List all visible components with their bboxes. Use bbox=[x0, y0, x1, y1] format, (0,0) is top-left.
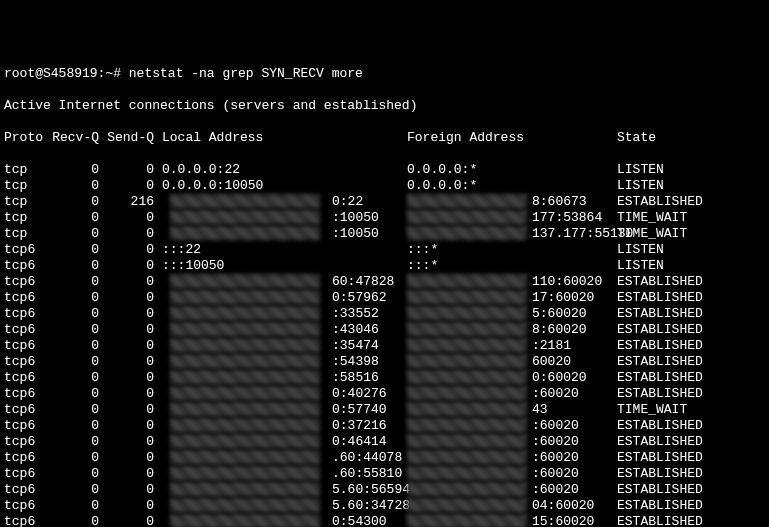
cell-local-address: :33552 bbox=[162, 306, 407, 322]
cell-foreign-address: :::* bbox=[407, 258, 617, 274]
local-port-fragment: 60:47828 bbox=[332, 274, 394, 290]
cell-sendq: 0 bbox=[107, 290, 162, 306]
table-row: tcp600:35474:2181ESTABLISHED bbox=[4, 338, 765, 354]
table-row: tcp00:10050177:53864TIME_WAIT bbox=[4, 210, 765, 226]
cell-local-address: :::10050 bbox=[162, 258, 407, 274]
cell-sendq: 0 bbox=[107, 274, 162, 290]
cell-proto: tcp6 bbox=[4, 290, 52, 306]
cell-recvq: 0 bbox=[52, 322, 107, 338]
table-row: tcp000.0.0.0:100500.0.0.0:*LISTEN bbox=[4, 178, 765, 194]
cell-sendq: 0 bbox=[107, 242, 162, 258]
cell-sendq: 0 bbox=[107, 402, 162, 418]
cell-local-address: .60:55810 bbox=[162, 466, 407, 482]
table-row: tcp60060:47828110:60020ESTABLISHED bbox=[4, 274, 765, 290]
cell-proto: tcp bbox=[4, 194, 52, 210]
cell-state: ESTABLISHED bbox=[617, 194, 765, 210]
redacted-block bbox=[170, 402, 320, 416]
cell-state: LISTEN bbox=[617, 258, 765, 274]
cell-foreign-address: 177:53864 bbox=[407, 210, 617, 226]
cell-recvq: 0 bbox=[52, 354, 107, 370]
cell-foreign-address: :::* bbox=[407, 242, 617, 258]
cell-proto: tcp bbox=[4, 178, 52, 194]
cell-proto: tcp bbox=[4, 210, 52, 226]
cell-proto: tcp6 bbox=[4, 354, 52, 370]
foreign-port-fragment: 8:60020 bbox=[532, 322, 587, 338]
cell-state: ESTABLISHED bbox=[617, 386, 765, 402]
cell-proto: tcp6 bbox=[4, 482, 52, 498]
cell-state: ESTABLISHED bbox=[617, 482, 765, 498]
table-row: tcp6000:37216:60020ESTABLISHED bbox=[4, 418, 765, 434]
cell-proto: tcp6 bbox=[4, 242, 52, 258]
cell-local-address: 0:22 bbox=[162, 194, 407, 210]
cell-proto: tcp6 bbox=[4, 258, 52, 274]
redacted-block bbox=[407, 386, 527, 400]
redacted-block bbox=[407, 482, 527, 496]
foreign-port-fragment: 110:60020 bbox=[532, 274, 602, 290]
cell-recvq: 0 bbox=[52, 194, 107, 210]
local-port-fragment: :58516 bbox=[332, 370, 379, 386]
cell-sendq: 0 bbox=[107, 514, 162, 527]
cell-proto: tcp6 bbox=[4, 274, 52, 290]
cell-recvq: 0 bbox=[52, 370, 107, 386]
redacted-block bbox=[170, 514, 320, 527]
redacted-block bbox=[170, 354, 320, 368]
redacted-block bbox=[170, 306, 320, 320]
cell-local-address: 0:57740 bbox=[162, 402, 407, 418]
cell-recvq: 0 bbox=[52, 386, 107, 402]
local-port-fragment: :10050 bbox=[332, 210, 379, 226]
cell-state: ESTABLISHED bbox=[617, 450, 765, 466]
cell-sendq: 0 bbox=[107, 338, 162, 354]
redacted-block bbox=[407, 210, 527, 224]
cell-state: ESTABLISHED bbox=[617, 514, 765, 527]
redacted-block bbox=[407, 194, 527, 208]
cell-foreign-address: 0.0.0.0:* bbox=[407, 178, 617, 194]
cell-proto: tcp6 bbox=[4, 370, 52, 386]
cell-local-address: 0.0.0.0:22 bbox=[162, 162, 407, 178]
local-port-fragment: 5.60:34728 bbox=[332, 498, 410, 514]
cell-proto: tcp6 bbox=[4, 306, 52, 322]
redacted-block bbox=[407, 450, 527, 464]
cell-recvq: 0 bbox=[52, 210, 107, 226]
table-row: tcp6005.60:56594:60020ESTABLISHED bbox=[4, 482, 765, 498]
cell-sendq: 0 bbox=[107, 466, 162, 482]
redacted-block bbox=[170, 194, 320, 208]
cell-recvq: 0 bbox=[52, 434, 107, 450]
cell-state: LISTEN bbox=[617, 178, 765, 194]
foreign-port-fragment: 60020 bbox=[532, 354, 571, 370]
redacted-block bbox=[170, 434, 320, 448]
local-port-fragment: :10050 bbox=[332, 226, 379, 242]
cell-state: LISTEN bbox=[617, 242, 765, 258]
cell-local-address: 60:47828 bbox=[162, 274, 407, 290]
cell-state: ESTABLISHED bbox=[617, 354, 765, 370]
cell-proto: tcp6 bbox=[4, 434, 52, 450]
cell-proto: tcp6 bbox=[4, 498, 52, 514]
header-state: State bbox=[617, 130, 765, 146]
table-row: tcp600:::10050:::*LISTEN bbox=[4, 258, 765, 274]
cell-recvq: 0 bbox=[52, 498, 107, 514]
cell-local-address: :54398 bbox=[162, 354, 407, 370]
cell-recvq: 0 bbox=[52, 242, 107, 258]
cell-foreign-address: 5:60020 bbox=[407, 306, 617, 322]
table-row: tcp6000:40276:60020ESTABLISHED bbox=[4, 386, 765, 402]
cell-sendq: 0 bbox=[107, 370, 162, 386]
cell-sendq: 0 bbox=[107, 434, 162, 450]
cell-sendq: 0 bbox=[107, 258, 162, 274]
table-body: tcp000.0.0.0:220.0.0.0:*LISTENtcp000.0.0… bbox=[4, 162, 765, 527]
foreign-port-fragment: 04:60020 bbox=[532, 498, 594, 514]
header-sendq: Send-Q bbox=[107, 130, 162, 146]
cell-sendq: 0 bbox=[107, 450, 162, 466]
cell-sendq: 0 bbox=[107, 498, 162, 514]
cell-local-address: 0.0.0.0:10050 bbox=[162, 178, 407, 194]
cell-local-address: .60:44078 bbox=[162, 450, 407, 466]
cell-sendq: 0 bbox=[107, 354, 162, 370]
foreign-port-fragment: :60020 bbox=[532, 386, 579, 402]
cell-local-address: 0:54300 bbox=[162, 514, 407, 527]
local-port-fragment: :54398 bbox=[332, 354, 379, 370]
redacted-block bbox=[407, 322, 527, 336]
cell-state: ESTABLISHED bbox=[617, 370, 765, 386]
cell-recvq: 0 bbox=[52, 274, 107, 290]
cell-recvq: 0 bbox=[52, 466, 107, 482]
redacted-block bbox=[170, 386, 320, 400]
connections-title: Active Internet connections (servers and… bbox=[4, 98, 765, 114]
foreign-port-fragment: :60020 bbox=[532, 450, 579, 466]
